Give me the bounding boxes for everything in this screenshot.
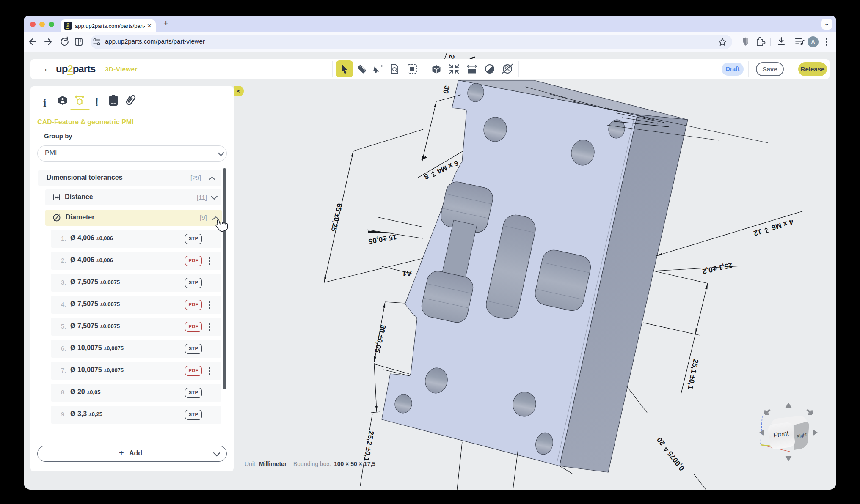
svg-text:Unit:: Unit: [245,460,257,467]
svg-text:8: 8 [423,172,430,181]
svg-text:0,0075: 0,0075 [666,449,686,472]
svg-text:Bounding box:: Bounding box: [293,460,331,467]
svg-text:15 ±0,05: 15 ±0,05 [368,233,397,245]
svg-text:i: i [43,97,46,109]
svg-text:20: 20 [655,436,667,447]
svg-text:25,2 ±0,1: 25,2 ±0,1 [362,430,375,462]
svg-text:!: ! [95,96,99,109]
svg-text:A1: A1 [402,269,412,277]
svg-text:Millimeter: Millimeter [259,460,287,467]
svg-text:30: 30 [441,85,451,95]
svg-text:30 ±0,05: 30 ±0,05 [373,324,387,353]
svg-text:25,1 ±0,2: 25,1 ±0,2 [702,261,733,276]
svg-text:100 × 50 × 17,5: 100 × 50 × 17,5 [334,460,375,467]
svg-text:65 ±0,25: 65 ±0,25 [329,203,344,232]
svg-text:12: 12 [752,227,763,238]
